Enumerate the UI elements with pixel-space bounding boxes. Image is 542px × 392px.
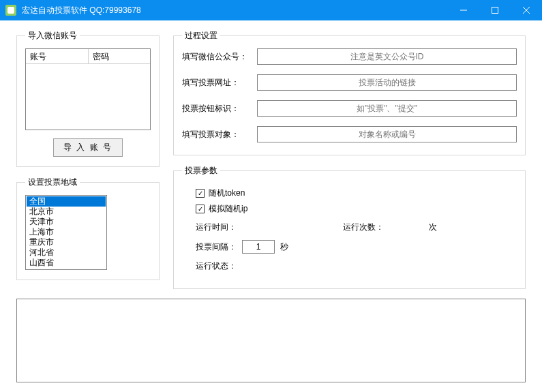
params-group: 投票参数 ✓ 随机token ✓ 模拟随机ip 运行时间： 运行次数： 次 [173,165,526,289]
checkbox-ip-row[interactable]: ✓ 模拟随机ip [196,203,517,215]
import-accounts-group: 导入微信账号 账号 密码 导 入 账 号 [16,30,160,167]
checkbox-ip-label: 模拟随机ip [209,203,247,215]
minimize-button[interactable] [448,0,479,20]
interval-row: 投票间隔： 秒 [196,240,517,254]
runcount-label: 运行次数： [343,222,384,233]
minimize-icon [460,7,467,14]
region-item[interactable]: 重庆市 [27,237,106,247]
status-label: 运行状态： [196,260,237,272]
region-item[interactable]: 北京市 [27,207,106,217]
content: 导入微信账号 账号 密码 导 入 账 号 设置投票地域 全国 北京市 天津市 上… [0,20,542,392]
window-controls [448,0,542,20]
svg-rect-1 [492,7,498,14]
col-password: 密码 [89,49,151,63]
import-button[interactable]: 导 入 账 号 [53,138,123,157]
upper-section: 导入微信账号 账号 密码 导 入 账 号 设置投票地域 全国 北京市 天津市 上… [16,30,526,289]
interval-input[interactable] [242,240,275,254]
interval-unit: 秒 [280,241,288,253]
import-accounts-legend: 导入微信账号 [25,30,80,42]
checkbox-token-row[interactable]: ✓ 随机token [196,187,517,199]
runcount-unit: 次 [429,222,437,233]
status-row: 运行状态： [196,260,517,272]
account-table[interactable]: 账号 密码 [25,48,151,130]
input-vote-target[interactable] [257,126,517,142]
close-icon [523,7,530,14]
app-icon [5,5,16,16]
row-vote-button-id: 投票按钮标识： [182,100,517,117]
runtime-label: 运行时间： [196,222,237,233]
region-list[interactable]: 全国 北京市 天津市 上海市 重庆市 河北省 山西省 [25,195,107,270]
window-title: 宏达自动投票软件 QQ:79993678 [22,5,448,16]
label-public-account: 填写微信公众号： [182,51,257,63]
params-legend: 投票参数 [182,165,220,177]
runtime-row: 运行时间： 运行次数： 次 [196,222,517,233]
row-vote-target: 填写投票对象： [182,126,517,142]
checkbox-ip[interactable]: ✓ [196,205,205,213]
region-item[interactable]: 河北省 [27,247,106,258]
row-vote-url: 填写投票网址： [182,74,517,91]
left-column: 导入微信账号 账号 密码 导 入 账 号 设置投票地域 全国 北京市 天津市 上… [16,30,160,289]
input-vote-url[interactable] [257,74,517,91]
process-group: 过程设置 填写微信公众号： 填写投票网址： 投票按钮标识： 填写投票对象： [173,30,526,155]
label-vote-target: 填写投票对象： [182,129,257,140]
maximize-icon [492,7,498,14]
col-account: 账号 [26,49,89,63]
checkbox-token[interactable]: ✓ [196,189,205,198]
close-button[interactable] [511,0,542,20]
right-column: 过程设置 填写微信公众号： 填写投票网址： 投票按钮标识： 填写投票对象： [173,30,526,289]
input-public-account[interactable] [257,48,517,65]
row-public-account: 填写微信公众号： [182,48,517,65]
interval-label: 投票间隔： [196,241,237,253]
checkbox-token-label: 随机token [209,187,245,199]
region-item[interactable]: 天津市 [27,217,106,227]
log-area[interactable] [16,299,526,382]
region-group: 设置投票地域 全国 北京市 天津市 上海市 重庆市 河北省 山西省 [16,177,160,280]
label-vote-url: 填写投票网址： [182,77,257,89]
titlebar: 宏达自动投票软件 QQ:79993678 [0,0,542,20]
label-vote-button-id: 投票按钮标识： [182,103,257,115]
input-vote-button-id[interactable] [257,100,517,117]
maximize-button[interactable] [479,0,511,20]
region-item[interactable]: 全国 [27,196,106,207]
region-legend: 设置投票地域 [25,177,80,188]
region-item[interactable]: 上海市 [27,227,106,237]
account-header: 账号 密码 [26,49,150,64]
process-legend: 过程设置 [182,30,220,42]
region-item[interactable]: 山西省 [27,258,106,268]
